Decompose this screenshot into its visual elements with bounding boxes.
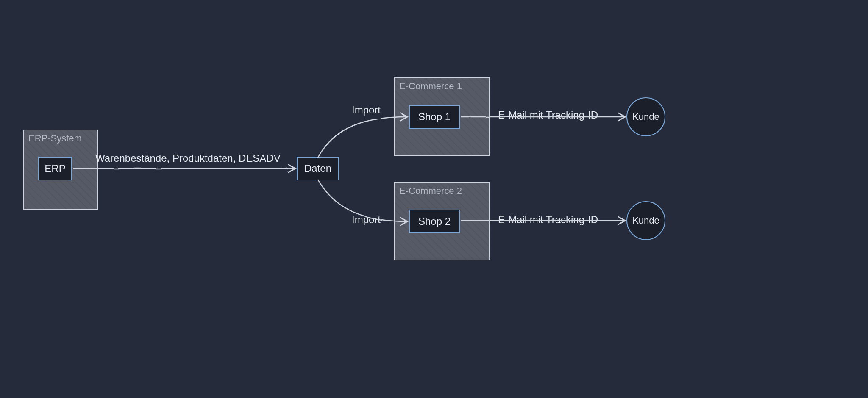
node-daten: Daten <box>297 157 339 180</box>
edge-label-daten-shop2: Import <box>352 214 381 226</box>
edge-label-shop1-kunde: E-Mail mit Tracking-ID <box>498 109 598 121</box>
node-kunde-2: Kunde <box>626 201 665 240</box>
node-kunde1-label: Kunde <box>632 111 659 122</box>
diagram-canvas: ERP-System E-Commerce 1 E-Commerce 2 ERP… <box>0 0 868 398</box>
node-kunde-1: Kunde <box>626 97 665 136</box>
node-daten-label: Daten <box>304 163 331 174</box>
node-shop2-label: Shop 2 <box>418 216 451 227</box>
edge-label-erp-daten: Warenbestände, Produktdaten, DESADV <box>95 152 281 164</box>
group-erp-title: ERP-System <box>28 133 82 144</box>
node-erp-label: ERP <box>45 163 65 174</box>
edge-label-daten-shop1: Import <box>352 104 381 116</box>
group-ecom2-title: E-Commerce 2 <box>399 185 462 196</box>
node-shop1: Shop 1 <box>409 105 460 129</box>
node-erp: ERP <box>38 157 72 180</box>
group-ecom1-title: E-Commerce 1 <box>399 81 462 92</box>
node-shop1-label: Shop 1 <box>418 111 451 123</box>
node-kunde2-label: Kunde <box>632 215 659 226</box>
edge-label-shop2-kunde: E-Mail mit Tracking-ID <box>498 214 598 226</box>
node-shop2: Shop 2 <box>409 210 460 233</box>
edge-daten-shop1 <box>318 117 407 158</box>
